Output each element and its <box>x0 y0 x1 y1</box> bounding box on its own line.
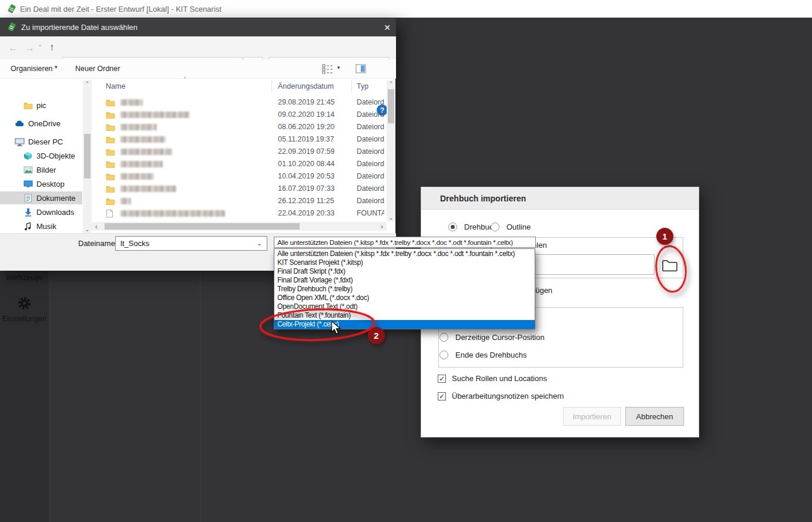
filetype-option[interactable]: OpenDocument Text (*.odt) <box>274 302 535 311</box>
redacted-file-name <box>120 112 190 118</box>
main-window-titlebar: Ein Deal mit der Zeit - Erster Entwurf [… <box>0 0 812 18</box>
radio-document[interactable]: Drehbuch <box>448 223 497 231</box>
file-row[interactable]: 16.07.2019 07:33 Dateiordner <box>94 183 387 195</box>
radio-selected-icon <box>448 223 457 231</box>
kit-scenarist-app-icon <box>7 4 16 14</box>
file-date: 22.04.2019 20:33 <box>278 209 334 217</box>
filetype-option[interactable]: Office Open XML (*.docx *.doc) <box>274 293 535 302</box>
filetype-option[interactable]: Final Draft Skript (*.fdx) <box>274 267 535 275</box>
redacted-file-name <box>120 161 163 167</box>
radio-icon <box>439 351 448 359</box>
filetype-value: Alle unterstützten Dateien (*.kitsp *.fd… <box>277 238 513 247</box>
file-row[interactable]: 09.02.2020 19:14 Dateiordner <box>94 109 387 121</box>
scroll-right-icon[interactable]: › <box>378 222 385 231</box>
file-date: 10.04.2019 20:53 <box>278 172 334 180</box>
file-date: 16.07.2019 07:33 <box>278 184 334 193</box>
list-scrollbar-thumb[interactable] <box>388 89 394 123</box>
annotation-badge-2: 2 <box>368 327 385 344</box>
file-date: 01.10.2020 08:44 <box>278 160 334 168</box>
folder-icon <box>106 135 115 146</box>
redacted-file-name <box>120 124 157 130</box>
main-window-title: Ein Deal mit der Zeit - Erster Entwurf [… <box>20 5 222 14</box>
scroll-left-icon[interactable]: ‹ <box>93 222 100 231</box>
filename-value: lt_Socks <box>120 239 149 248</box>
gear-icon[interactable] <box>17 296 32 311</box>
file-row[interactable]: 01.10.2020 08:44 Dateiordner <box>94 158 387 170</box>
filetype-combobox[interactable]: Alle unterstützten Dateien (*.kitsp *.fd… <box>274 237 536 248</box>
list-vertical-scrollbar[interactable]: ⌃ ⌄ <box>387 80 395 221</box>
filetype-option[interactable]: Trelby Drehbuch (*.trelby) <box>274 284 535 293</box>
import-dialog-title: Drehbuch importieren <box>440 194 526 203</box>
folder-icon <box>106 172 115 183</box>
redacted-file-name <box>120 149 172 155</box>
file-date: 09.02.2020 19:14 <box>278 110 334 119</box>
file-type: Dateiordner <box>357 172 384 180</box>
filetype-option[interactable]: Fountain Text (*.fountain) <box>274 311 535 320</box>
file-date: 08.06.2020 19:20 <box>278 123 334 131</box>
redacted-file-name <box>120 99 143 106</box>
file-date: 22.09.2019 07:59 <box>278 147 334 156</box>
file-type: Dateiordner <box>357 147 384 156</box>
file-row[interactable]: 10.04.2019 20:53 Dateiordner <box>94 170 387 183</box>
sidebar-item-tools[interactable]: Werkzeuge <box>0 274 49 282</box>
filename-label: Dateiname: <box>78 239 117 248</box>
file-icon <box>106 209 113 220</box>
scroll-up-icon[interactable]: ⌃ <box>387 80 395 87</box>
folder-icon <box>106 147 115 158</box>
file-type: Dateiordner <box>357 135 384 143</box>
scroll-down-icon[interactable]: ⌄ <box>387 214 395 221</box>
insert-option-ende-des-drehbuchs[interactable]: Ende des Drehbuchs <box>439 351 526 359</box>
redacted-file-name <box>120 198 131 204</box>
filetype-option[interactable]: Final Draft Vorlage (*.fdxt) <box>274 275 535 284</box>
file-date: 26.12.2019 11:25 <box>278 197 334 205</box>
file-list: 29.08.2019 21:45 Dateiordner 09.02.2020 … <box>0 18 396 233</box>
folder-icon <box>106 197 115 207</box>
file-open-dialog: Zu importierende Datei auswählen ✕ ← → ⌄… <box>0 18 396 271</box>
filetype-option[interactable]: Alle unterstützten Dateien (*.kitsp *.fd… <box>274 249 535 258</box>
folder-open-icon <box>661 258 679 272</box>
file-date: 05.11.2019 19:37 <box>278 135 334 143</box>
redacted-file-name <box>120 210 225 217</box>
radio-outline[interactable]: Outline <box>491 223 531 231</box>
redacted-file-name <box>120 136 166 143</box>
folder-icon <box>106 123 115 133</box>
horizontal-scrollbar-thumb[interactable] <box>105 223 300 230</box>
browse-folder-button[interactable] <box>657 255 682 274</box>
file-row[interactable]: 05.11.2019 19:37 Dateiordner <box>94 133 387 146</box>
checkbox--berarbeitungsnotizen-speichern[interactable]: ✓ Überarbeitungsnotizen speichern <box>438 392 564 400</box>
import-button[interactable]: Importieren <box>563 407 621 426</box>
file-type: Dateiordner <box>357 197 384 205</box>
filetype-dropdown-popup: Alle unterstützten Dateien (*.kitsp *.fd… <box>274 248 535 329</box>
file-row[interactable]: 22.09.2019 07:59 Dateiordner <box>94 146 387 158</box>
radio-icon <box>491 223 499 231</box>
file-row[interactable]: 29.08.2019 21:45 Dateiordner <box>94 96 387 109</box>
redacted-file-name <box>120 173 154 180</box>
filetype-option[interactable]: Celtx-Projekt (*.celtx) <box>274 320 535 329</box>
folder-icon <box>106 160 115 170</box>
filename-input[interactable]: lt_Socks ⌄ <box>115 236 267 251</box>
cancel-button[interactable]: Abbrechen <box>625 407 684 426</box>
folder-icon <box>106 98 115 109</box>
list-horizontal-scrollbar[interactable]: ‹ › <box>92 222 387 231</box>
radio-icon <box>439 333 448 342</box>
file-type: FOUNTAIN-Datei <box>357 209 384 217</box>
file-type: Dateiordner <box>357 184 384 193</box>
annotation-badge-1: 1 <box>656 228 673 245</box>
import-dialog-header: Drehbuch importieren <box>421 187 699 210</box>
file-date: 29.08.2019 21:45 <box>278 98 334 106</box>
filetype-option[interactable]: KIT Scenarist Projekt (*.kitsp) <box>274 258 535 267</box>
checkbox-checked-icon: ✓ <box>438 375 446 383</box>
insert-option-derzeitige-cursor-position[interactable]: Derzeitige Cursor-Position <box>439 333 545 342</box>
file-row[interactable]: 26.12.2019 11:25 Dateiordner <box>94 195 387 207</box>
redacted-file-name <box>120 186 176 192</box>
file-row[interactable]: 08.06.2020 19:20 Dateiordner <box>94 121 387 133</box>
folder-icon <box>106 184 115 195</box>
file-type: Dateiordner <box>357 98 384 106</box>
file-row[interactable]: 22.04.2019 20:33 FOUNTAIN-Datei <box>94 207 387 220</box>
filename-dropdown-chevron-icon[interactable]: ⌄ <box>257 240 262 247</box>
sidebar-item-settings[interactable]: Einstellungen <box>0 315 49 323</box>
file-type: Dateiordner <box>357 160 384 168</box>
checkbox-suche-rollen-und-locations[interactable]: ✓ Suche Rollen und Locations <box>438 374 547 383</box>
checkbox-checked-icon: ✓ <box>438 392 446 400</box>
file-type: Dateiordner <box>357 110 384 119</box>
